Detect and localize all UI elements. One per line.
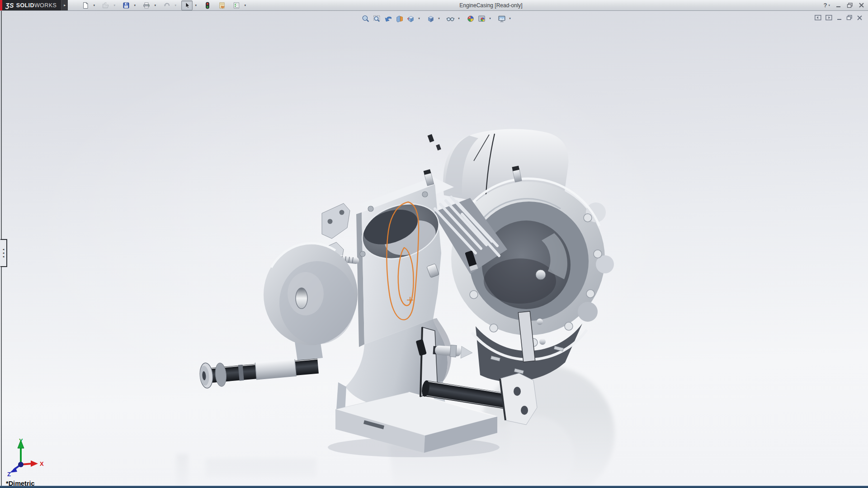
options-button[interactable]: [231, 0, 242, 10]
section-view-button[interactable]: [394, 14, 405, 23]
housing-center-bolt: [536, 270, 546, 280]
open-button[interactable]: [100, 0, 111, 10]
brand-block: ƷS SOLIDWORKS ▸: [0, 0, 68, 10]
pane-right-toggle-icon: [826, 15, 832, 20]
undo-button[interactable]: [161, 0, 172, 10]
zoom-to-area-button[interactable]: [372, 14, 382, 23]
edit-appearance-button[interactable]: [465, 14, 476, 23]
open-dropdown[interactable]: ▾: [112, 1, 117, 10]
display-style-dropdown[interactable]: ▾: [437, 14, 442, 23]
help-button[interactable]: ? ▾: [824, 2, 830, 9]
options-dropdown[interactable]: ▾: [242, 1, 248, 10]
zoom-to-fit-button[interactable]: [360, 14, 371, 23]
window-bottom-border: [0, 486, 868, 488]
view-settings-icon: [498, 15, 505, 23]
zoom-to-area-icon: [373, 15, 381, 23]
doc-close-icon: [857, 15, 863, 20]
save-button[interactable]: [120, 0, 132, 10]
logo-mark: ƷS: [5, 2, 14, 9]
apply-scene-dropdown[interactable]: ▾: [488, 14, 493, 23]
file-properties-icon: [218, 2, 226, 9]
restore-icon: [847, 3, 853, 8]
display-style-icon: [427, 15, 434, 23]
options-checklist-icon: [233, 2, 240, 9]
apply-scene-icon: [478, 15, 486, 23]
traffic-light-icon: [204, 2, 211, 9]
display-style-button[interactable]: [425, 14, 436, 23]
disc-center-hole: [296, 288, 307, 309]
apply-scene-button[interactable]: [476, 14, 487, 23]
reference-triad: Y X Z: [4, 436, 49, 477]
hide-show-items-button[interactable]: [445, 14, 456, 23]
titlebar-controls: ? ▾: [824, 0, 864, 10]
view-settings-button[interactable]: [496, 14, 507, 23]
print-button[interactable]: [141, 0, 152, 10]
titlebar: ƷS SOLIDWORKS ▸ ▾ ▾: [0, 0, 868, 11]
print-icon: [143, 2, 150, 9]
pane-right-toggle-button[interactable]: [826, 15, 832, 20]
new-document-icon: [82, 2, 89, 9]
main-toolbar: ▾ ▾ ▾: [80, 0, 248, 10]
view-orientation-button[interactable]: [406, 14, 416, 23]
view-orientation-dropdown[interactable]: ▾: [417, 14, 422, 23]
rebuild-button[interactable]: [202, 0, 213, 10]
triad-x-label: X: [40, 460, 44, 467]
close-button[interactable]: [859, 3, 864, 8]
select-tool-dropdown[interactable]: ▾: [193, 1, 198, 10]
undo-dropdown[interactable]: ▾: [173, 1, 178, 10]
previous-view-icon: [384, 15, 392, 23]
triad-y-label: Y: [19, 437, 23, 444]
minimize-button[interactable]: [835, 3, 841, 8]
solidworks-window: ƷS SOLIDWORKS ▸ ▾ ▾: [0, 0, 868, 488]
doc-minimize-button[interactable]: [836, 15, 842, 20]
pane-left-toggle-button[interactable]: [815, 15, 821, 20]
minimize-icon: [835, 3, 841, 8]
engine-casing-model: [0, 11, 868, 488]
appearance-ball-icon: [467, 15, 474, 23]
open-folder-icon: [102, 2, 109, 9]
close-icon: [859, 3, 864, 8]
print-dropdown[interactable]: ▾: [152, 1, 158, 10]
view-settings-dropdown[interactable]: ▾: [508, 14, 513, 23]
previous-view-button[interactable]: [383, 14, 394, 23]
solidworks-logo: ƷS SOLIDWORKS: [2, 0, 61, 10]
section-view-icon: [396, 15, 403, 23]
view-orientation-icon: [407, 15, 415, 23]
glasses-icon: [447, 15, 455, 23]
headsup-view-toolbar: ▾ ▾ ▾: [360, 14, 513, 23]
menu-expand-tab[interactable]: ▸: [61, 0, 68, 10]
select-tool-button[interactable]: [181, 0, 193, 10]
hide-show-items-dropdown[interactable]: ▾: [457, 14, 462, 23]
doc-restore-icon: [846, 15, 853, 20]
zoom-to-fit-icon: [362, 15, 369, 23]
select-cursor-icon: [184, 2, 191, 9]
document-window-controls: [815, 15, 863, 20]
graphics-viewport[interactable]: ◂ ◂ ◂: [0, 11, 868, 488]
doc-restore-button[interactable]: [846, 15, 853, 20]
file-properties-button[interactable]: [216, 0, 227, 10]
restore-button[interactable]: [847, 3, 853, 8]
save-dropdown[interactable]: ▾: [132, 1, 137, 10]
new-document-dropdown[interactable]: ▾: [91, 1, 97, 10]
doc-close-button[interactable]: [857, 15, 863, 20]
feature-manager-collapsed-tab[interactable]: ◂ ◂ ◂: [0, 239, 7, 267]
window-title: EngineCasing [Read-only]: [459, 2, 522, 9]
undo-icon: [163, 2, 170, 9]
triad-z-label: Z: [7, 471, 11, 477]
save-floppy-icon: [123, 2, 130, 9]
new-document-button[interactable]: [80, 0, 91, 10]
doc-minimize-icon: [836, 15, 842, 20]
logo-name-bold: SOLID: [16, 2, 34, 9]
logo-name-light: WORKS: [34, 2, 57, 9]
pane-left-toggle-icon: [815, 15, 821, 20]
